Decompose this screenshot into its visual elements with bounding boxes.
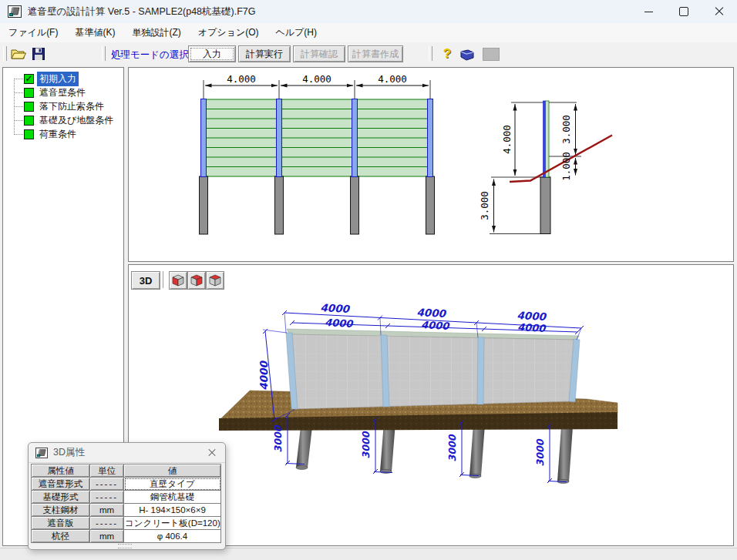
- attr-value-cell[interactable]: H- 194×150×6×9: [124, 504, 221, 517]
- minimize-button[interactable]: [631, 0, 666, 23]
- table-row: 基礎形式 ----- 鋼管杭基礎: [32, 491, 221, 504]
- attr-unit-cell: mm: [90, 530, 124, 543]
- toolbar-grip: [102, 46, 106, 61]
- attr-name-cell: 遮音版: [32, 517, 90, 530]
- checked-checkbox-icon[interactable]: ✓: [24, 74, 34, 84]
- post: [277, 99, 282, 177]
- palette-titlebar[interactable]: 3D属性: [29, 443, 225, 463]
- attr-value-cell[interactable]: φ 406.4: [124, 530, 221, 543]
- question-icon: ?: [443, 46, 451, 62]
- upper-dimension-label: 3.000: [560, 115, 572, 144]
- calc-check-button: 計算確認: [293, 45, 345, 62]
- toolbar-grip: [3, 46, 7, 61]
- wire-box-icon: [460, 48, 474, 61]
- span-dimension-label: 4.000: [227, 73, 256, 85]
- pile-length-label: 3000: [360, 431, 372, 458]
- floppy-disk-icon: [32, 48, 45, 60]
- input-mode-button[interactable]: 入力: [188, 45, 236, 62]
- span-label-3d: 4000: [416, 306, 447, 320]
- save-button[interactable]: [29, 45, 48, 62]
- attr-value-cell[interactable]: 鋼管杭基礎: [124, 491, 221, 504]
- back-span-label: 4000: [325, 317, 355, 330]
- tree-item-label[interactable]: 基礎及び地盤条件: [37, 113, 116, 128]
- maximize-icon: [679, 7, 688, 16]
- attr-unit-cell: -----: [90, 517, 124, 530]
- unchecked-checkbox-icon[interactable]: [24, 129, 34, 139]
- tree-item-label[interactable]: 遮音壁条件: [37, 86, 88, 100]
- 3d-properties-window[interactable]: 3D属性 属性値 単位 値 遮音壁形式 ----- 直壁タイプ 基礎形式 ---…: [28, 442, 226, 550]
- value-header: 値: [124, 464, 221, 478]
- tree-item-wall-conditions[interactable]: 遮音壁条件: [3, 86, 123, 99]
- embed-dimension-label: 3.000: [479, 191, 490, 220]
- table-row: 遮音版 ----- コンクリート板(D=120): [32, 517, 221, 530]
- tree-item-label[interactable]: 落下防止索条件: [37, 99, 106, 114]
- tree: ✓ 初期入力 遮音壁条件 落下防止索条件 基礎及び地盤条件: [3, 68, 123, 141]
- side-post: [543, 101, 546, 177]
- unchecked-checkbox-icon[interactable]: [24, 116, 34, 126]
- table-row: 遮音壁形式 ----- 直壁タイプ: [32, 478, 221, 491]
- tree-item-foundation-ground[interactable]: 基礎及び地盤条件: [3, 113, 123, 127]
- pile: [200, 176, 208, 234]
- attribute-table: 属性値 単位 値 遮音壁形式 ----- 直壁タイプ 基礎形式 ----- 鋼管…: [31, 464, 221, 543]
- tree-item-label[interactable]: 荷重条件: [37, 127, 79, 142]
- mode-select-label: 処理モードの選択: [111, 49, 189, 62]
- height-dimension-label: 4.000: [501, 125, 513, 154]
- menu-item-single-design[interactable]: 単独設計(Z): [123, 24, 189, 42]
- 3d-attribute-button[interactable]: [458, 45, 476, 62]
- side-pile: [540, 177, 550, 234]
- unchecked-checkbox-icon[interactable]: [24, 102, 34, 112]
- unchecked-checkbox-icon[interactable]: [24, 88, 34, 98]
- drawing-pane-2d: 4.000 4.000 4.000: [128, 67, 734, 262]
- back-span-label: 4000: [517, 321, 547, 334]
- window-title: 遮音壁の設計計算 Ver.5 - SAMPLE2(p48杭基礎).F7G: [28, 5, 256, 18]
- toolbar-grip: [429, 46, 432, 61]
- pile-length-label: 3000: [446, 434, 458, 461]
- tree-item-initial-input[interactable]: ✓ 初期入力: [3, 72, 123, 86]
- pile: [351, 176, 359, 234]
- attr-unit-cell: mm: [90, 504, 124, 517]
- pile: [426, 176, 435, 234]
- tree-item-load-conditions[interactable]: 荷重条件: [3, 127, 123, 141]
- span-dimension-label: 4.000: [378, 73, 407, 85]
- toolbar: 処理モードの選択 入力 計算実行 計算確認 計算書作成 ?: [0, 42, 737, 65]
- disabled-tool-button: [483, 48, 500, 61]
- menubar: ファイル(F) 基準値(K) 単独設計(Z) オプション(O) ヘルプ(H): [0, 23, 737, 43]
- post: [201, 99, 207, 177]
- help-button[interactable]: ?: [438, 45, 456, 62]
- calc-run-button[interactable]: 計算実行: [238, 45, 291, 62]
- attr-value-cell[interactable]: 直壁タイプ: [124, 478, 221, 491]
- 2d-drawing: 4.000 4.000 4.000: [129, 68, 733, 261]
- maximize-button[interactable]: [666, 0, 702, 23]
- wall-height-label: 4000: [257, 360, 270, 391]
- application-window: 遮音壁の設計計算 Ver.5 - SAMPLE2(p48杭基礎).F7G ファイ…: [0, 0, 737, 560]
- attr-value-cell[interactable]: コンクリート板(D=120): [124, 517, 221, 530]
- menu-item-file[interactable]: ファイル(F): [0, 24, 66, 42]
- attr-name-cell: 遮音壁形式: [32, 478, 90, 491]
- open-file-button[interactable]: [9, 45, 28, 62]
- palette-title: 3D属性: [53, 446, 202, 459]
- pile-length-label: 3000: [534, 438, 546, 466]
- menu-item-help[interactable]: ヘルプ(H): [268, 24, 326, 42]
- tree-item-fall-prevention[interactable]: 落下防止索条件: [3, 99, 123, 113]
- open-folder-icon: [11, 48, 26, 60]
- span-dimension-label: 4.000: [302, 73, 331, 85]
- app-icon: [8, 5, 22, 18]
- menu-item-options[interactable]: オプション(O): [190, 24, 268, 42]
- palette-icon: [35, 448, 48, 458]
- attr-name-cell: 杭径: [32, 530, 90, 543]
- palette-resize-grip[interactable]: [118, 544, 132, 548]
- table-row: 杭径 mm φ 406.4: [32, 530, 221, 543]
- close-button[interactable]: [702, 0, 737, 23]
- window-titlebar: 遮音壁の設計計算 Ver.5 - SAMPLE2(p48杭基礎).F7G: [0, 0, 737, 24]
- span-label-3d: 4000: [517, 309, 547, 323]
- minimize-icon: [644, 12, 653, 12]
- palette-close-button[interactable]: [202, 445, 222, 461]
- pile: [275, 176, 284, 234]
- post: [352, 99, 358, 177]
- pile-length-label: 3000: [272, 424, 284, 452]
- tree-item-label[interactable]: 初期入力: [37, 72, 79, 86]
- table-row: 支柱鋼材 mm H- 194×150×6×9: [32, 504, 221, 517]
- close-icon: [715, 7, 724, 16]
- 3d-post: [477, 337, 484, 404]
- menu-item-standards[interactable]: 基準値(K): [66, 24, 123, 42]
